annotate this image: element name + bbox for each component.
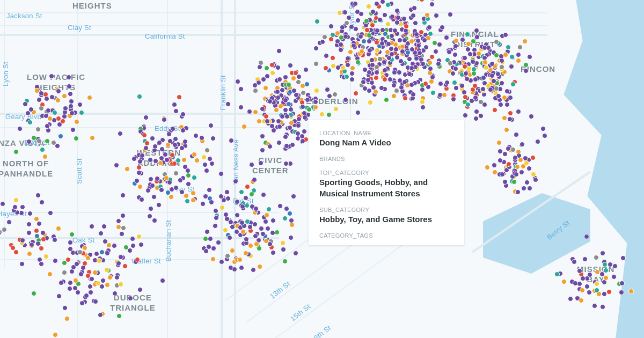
map-point[interactable]: [385, 2, 391, 8]
map-point[interactable]: [463, 94, 468, 100]
map-point[interactable]: [150, 183, 155, 188]
map-point[interactable]: [137, 94, 142, 99]
map-point[interactable]: [306, 107, 312, 112]
map-point[interactable]: [166, 131, 172, 137]
map-point[interactable]: [213, 208, 218, 214]
map-point[interactable]: [128, 296, 133, 301]
map-point[interactable]: [527, 186, 532, 191]
map-point[interactable]: [345, 56, 350, 61]
map-point[interactable]: [380, 27, 385, 33]
map-point[interactable]: [330, 55, 335, 61]
map-point[interactable]: [27, 251, 32, 256]
map-point[interactable]: [300, 104, 305, 109]
map-point[interactable]: [523, 156, 528, 161]
map-point[interactable]: [282, 259, 288, 264]
map-point[interactable]: [89, 276, 94, 282]
map-point[interactable]: [201, 155, 207, 160]
map-point[interactable]: [13, 149, 19, 155]
map-point[interactable]: [611, 274, 617, 280]
map-point[interactable]: [584, 234, 589, 239]
map-point[interactable]: [467, 52, 473, 57]
map-point[interactable]: [74, 119, 79, 124]
map-point[interactable]: [507, 116, 513, 122]
map-point[interactable]: [85, 255, 91, 261]
map-point[interactable]: [204, 148, 210, 153]
map-point[interactable]: [47, 271, 53, 277]
map-point[interactable]: [349, 77, 355, 82]
map-point[interactable]: [137, 159, 143, 164]
map-point[interactable]: [284, 114, 290, 119]
map-point[interactable]: [194, 158, 200, 163]
map-point[interactable]: [34, 228, 39, 233]
map-point[interactable]: [353, 1, 358, 6]
map-point[interactable]: [152, 144, 158, 149]
map-point[interactable]: [293, 251, 298, 256]
map-point[interactable]: [42, 154, 48, 159]
map-point[interactable]: [453, 38, 459, 43]
map-point[interactable]: [2, 227, 7, 232]
map-point[interactable]: [313, 61, 319, 67]
map-point[interactable]: [399, 85, 404, 90]
map-point[interactable]: [414, 56, 419, 61]
map-point[interactable]: [269, 62, 275, 68]
map-point[interactable]: [207, 187, 212, 193]
map-point[interactable]: [118, 254, 123, 260]
map-point[interactable]: [28, 107, 34, 112]
map-point[interactable]: [265, 74, 270, 79]
map-point[interactable]: [355, 9, 360, 14]
map-point[interactable]: [600, 304, 605, 310]
map-point[interactable]: [182, 139, 188, 144]
map-point[interactable]: [137, 184, 143, 189]
map-point[interactable]: [116, 313, 122, 319]
map-point[interactable]: [506, 161, 511, 167]
map-point[interactable]: [101, 224, 107, 229]
map-point[interactable]: [516, 58, 521, 63]
map-point[interactable]: [367, 48, 372, 53]
map-point[interactable]: [137, 287, 143, 292]
map-point[interactable]: [374, 1, 379, 6]
map-point[interactable]: [223, 227, 228, 233]
map-point[interactable]: [10, 245, 16, 251]
map-point[interactable]: [522, 39, 528, 44]
map-point[interactable]: [504, 102, 510, 107]
map-point[interactable]: [87, 95, 92, 100]
map-point[interactable]: [252, 177, 257, 182]
map-point[interactable]: [63, 106, 68, 111]
map-point[interactable]: [180, 128, 186, 133]
map-point[interactable]: [159, 146, 165, 152]
map-point[interactable]: [437, 42, 442, 47]
map-point[interactable]: [53, 332, 58, 337]
map-point[interactable]: [118, 131, 123, 136]
map-point[interactable]: [444, 80, 450, 85]
map-point[interactable]: [568, 296, 573, 302]
map-point[interactable]: [517, 45, 523, 50]
map-point[interactable]: [502, 115, 507, 121]
map-point[interactable]: [364, 18, 369, 24]
map-point[interactable]: [118, 282, 123, 287]
map-point[interactable]: [75, 290, 80, 295]
map-point[interactable]: [238, 86, 244, 92]
map-point[interactable]: [270, 250, 276, 255]
map-point[interactable]: [379, 41, 385, 46]
map-point[interactable]: [370, 9, 376, 14]
map-point[interactable]: [227, 235, 232, 240]
map-point[interactable]: [452, 52, 458, 57]
map-point[interactable]: [612, 263, 618, 269]
map-point[interactable]: [120, 193, 126, 198]
map-point[interactable]: [409, 65, 414, 71]
map-point[interactable]: [379, 85, 384, 91]
map-point[interactable]: [199, 135, 204, 141]
map-point[interactable]: [462, 64, 467, 69]
map-point[interactable]: [497, 158, 503, 163]
map-point[interactable]: [275, 89, 280, 94]
map-point[interactable]: [425, 12, 430, 18]
map-point[interactable]: [192, 152, 197, 157]
map-point[interactable]: [526, 166, 532, 171]
map-point[interactable]: [34, 216, 39, 222]
map-point[interactable]: [68, 91, 73, 97]
map-point[interactable]: [326, 112, 332, 117]
map-point[interactable]: [433, 49, 438, 54]
map-point[interactable]: [323, 65, 328, 71]
map-point[interactable]: [448, 12, 453, 17]
map-point[interactable]: [594, 288, 599, 293]
